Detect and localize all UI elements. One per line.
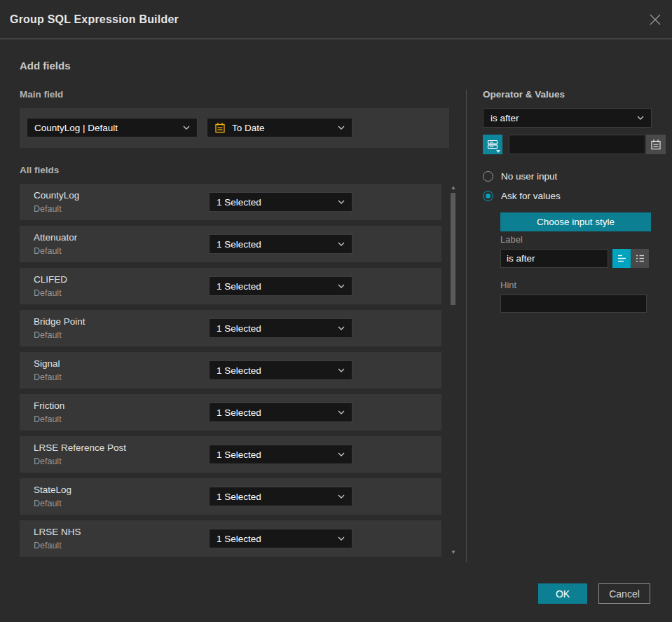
field-values-select[interactable]: 1 Selected [209,487,352,506]
field-row: Signal Default 1 Selected [20,352,441,388]
field-row: Bridge Point Default 1 Selected [20,310,441,346]
field-values-select-value: 1 Selected [217,534,261,544]
chevron-down-icon [338,284,345,288]
field-subtitle: Default [34,499,62,508]
field-row: CLIFED Default 1 Selected [20,268,441,304]
main-date-select[interactable]: To Date [207,118,352,137]
chevron-down-icon [338,494,345,499]
chevron-down-icon [338,242,345,246]
chevron-down-icon [338,410,345,414]
field-values-select[interactable]: 1 Selected [209,529,352,548]
field-row: LRSE Reference Post Default 1 Selected [20,436,441,473]
radio-checked-icon [483,191,493,201]
field-name: CLIFED [34,274,67,285]
radio-ask-for-values[interactable]: Ask for values [483,191,561,201]
field-name: Signal [34,358,60,369]
field-values-select[interactable]: 1 Selected [209,234,352,254]
operator-select-value: is after [491,113,519,123]
scroll-up-arrow[interactable]: ▲ [448,185,458,191]
choose-input-style-button[interactable]: Choose input style [500,212,651,231]
field-values-select-value: 1 Selected [217,407,261,418]
field-name: StateLog [34,485,71,495]
field-row: Friction Default 1 Selected [20,394,441,431]
hint-field-label: Hint [500,280,516,290]
main-field-select[interactable]: CountyLog | Default [27,118,198,137]
field-subtitle: Default [34,541,62,550]
field-subtitle: Default [34,246,62,256]
field-subtitle: Default [34,204,62,214]
operator-values-heading: Operator & Values [483,89,565,100]
field-subtitle: Default [34,330,62,340]
field-values-select-value: 1 Selected [217,323,261,334]
chevron-down-icon [338,126,345,130]
field-values-select-value: 1 Selected [217,239,261,250]
list-input-style-button[interactable] [631,249,649,268]
panel-divider [466,90,467,562]
field-values-select-value: 1 Selected [217,365,261,376]
field-values-select[interactable]: 1 Selected [209,276,352,296]
field-subtitle: Default [34,414,62,424]
stacked-values-icon [487,139,498,150]
field-values-select[interactable]: 1 Selected [209,360,352,380]
main-field-label: Main field [20,89,63,100]
field-values-select[interactable]: 1 Selected [209,192,352,212]
cancel-button[interactable]: Cancel [598,583,650,604]
field-values-select-value: 1 Selected [217,281,261,292]
chevron-down-icon [637,116,644,120]
close-icon[interactable] [647,11,664,28]
value-row [483,135,652,154]
field-name: Friction [34,400,64,411]
field-name: LRSE Reference Post [34,442,126,453]
field-name: CountyLog [34,190,79,201]
list-icon [635,253,645,264]
chevron-down-icon [338,452,345,457]
scrollbar-thumb[interactable] [451,193,455,305]
ok-button[interactable]: OK [538,583,587,604]
radio-ask-for-values-label: Ask for values [501,191,561,201]
text-lines-icon [617,253,627,264]
field-values-select-value: 1 Selected [217,197,261,208]
field-values-select[interactable]: 1 Selected [209,403,352,422]
field-values-select-value: 1 Selected [217,492,261,502]
label-row [500,249,651,268]
calendar-button[interactable] [646,135,666,154]
operator-select[interactable]: is after [483,108,652,128]
field-row: LRSE NHS Default 1 Selected [20,520,441,557]
radio-no-user-input-label: No user input [501,171,557,182]
field-values-select[interactable]: 1 Selected [209,318,352,338]
field-name: Bridge Point [34,316,85,327]
field-row: Attenuator Default 1 Selected [20,226,441,262]
single-line-input-style-button[interactable] [612,249,631,268]
main-field-select-value: CountyLog | Default [34,123,118,133]
field-row: StateLog Default 1 Selected [20,478,441,515]
main-field-panel: CountyLog | Default To Date [20,108,449,148]
field-subtitle: Default [34,372,62,382]
main-date-select-value: To Date [232,123,265,133]
radio-unchecked-icon [483,171,493,182]
dialog-titlebar: Group SQL Expression Builder [0,0,672,39]
field-name: Attenuator [34,232,77,243]
field-values-select[interactable]: 1 Selected [209,445,352,464]
calendar-icon [214,122,226,133]
value-input[interactable] [509,135,645,154]
field-values-select-value: 1 Selected [217,449,261,460]
value-source-button[interactable] [483,135,502,154]
fields-scrollbar: ▲ ▼ [448,184,458,557]
label-input[interactable] [500,249,608,268]
dialog-title: Group SQL Expression Builder [10,13,179,26]
all-fields-list: CountyLog Default 1 Selected Attenuator … [20,184,441,562]
field-name: LRSE NHS [34,527,81,537]
scroll-down-arrow[interactable]: ▼ [448,550,458,555]
all-fields-label: All fields [20,165,59,175]
field-subtitle: Default [34,457,62,466]
radio-no-user-input[interactable]: No user input [483,171,557,182]
input-style-toggle-group [612,249,649,268]
chevron-down-icon [338,368,345,372]
hint-input[interactable] [500,295,647,313]
add-fields-heading: Add fields [20,60,71,72]
mini-chevron-icon [496,150,500,153]
calendar-icon [650,139,661,150]
chevron-down-icon [183,126,190,130]
field-subtitle: Default [34,288,62,298]
field-row: CountyLog Default 1 Selected [20,184,441,220]
